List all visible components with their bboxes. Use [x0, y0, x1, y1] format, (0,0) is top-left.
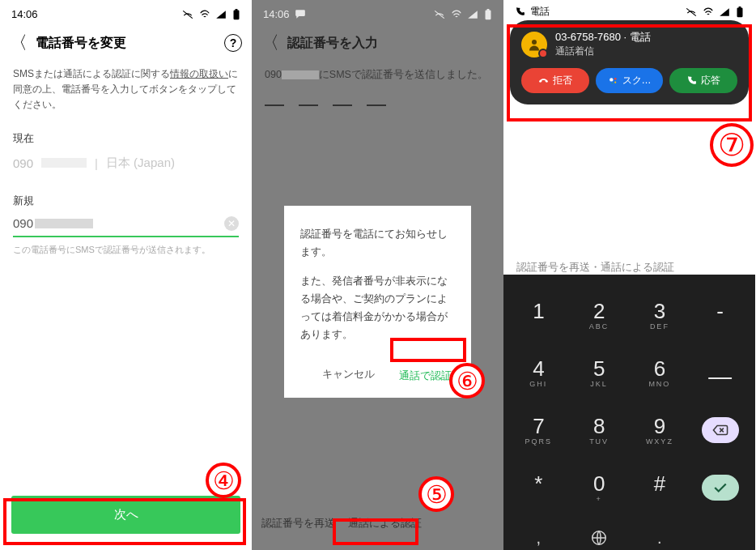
call-auth-dialog: 認証番号を電話にてお知らせします。 また、発信者番号が非表示になる場合や、ご契約…: [284, 206, 471, 398]
screen-change-phone: 14:06 〈 電話番号を変更 ? SMSまたは通話による認証に関する情報の取扱…: [0, 0, 252, 550]
key-4[interactable]: 4GHI: [508, 343, 569, 401]
app-label: 電話: [530, 5, 550, 19]
back-icon[interactable]: 〈: [10, 34, 28, 52]
numeric-keypad: 1 2ABC 3DEF - 4GHI 5JKL 6MNO 7PQRS 8TUV …: [503, 275, 755, 550]
status-icons: [180, 7, 240, 20]
clear-icon[interactable]: ✕: [224, 216, 239, 231]
current-phone: 090 | 日本 (Japan): [13, 151, 239, 176]
svg-rect-2: [486, 10, 491, 19]
new-phone-input[interactable]: 090 ✕: [13, 213, 239, 237]
status-bar: 14:06: [252, 0, 503, 23]
svg-rect-5: [739, 6, 741, 8]
page-title: 電話番号を変更: [36, 35, 216, 52]
key-hash[interactable]: #: [630, 458, 690, 516]
sms-note: この電話番号にSMSで認証番号が送信されます。: [13, 244, 239, 256]
redacted: [41, 158, 87, 168]
header: 〈 認証番号を入力: [252, 23, 503, 66]
chat-icon: [295, 9, 306, 19]
key-3[interactable]: 3DEF: [630, 286, 690, 343]
redacted: [35, 219, 93, 228]
svg-rect-0: [234, 10, 240, 19]
svg-point-9: [614, 82, 616, 83]
resend-code-link[interactable]: 認証番号を再送: [252, 509, 345, 537]
key-6[interactable]: 6MNO: [630, 343, 690, 401]
hangup-icon: [538, 75, 549, 86]
assistant-icon: [608, 75, 618, 86]
key-1[interactable]: 1: [508, 286, 569, 343]
key-comma[interactable]: ,: [508, 516, 569, 550]
key-backspace[interactable]: [690, 401, 750, 458]
answer-button[interactable]: 応答: [669, 68, 737, 93]
status-icons: [683, 6, 744, 19]
status-bar: 電話: [503, 0, 755, 19]
bottom-links: 認証番号を再送 通話による認証: [252, 509, 503, 537]
key-done[interactable]: [690, 458, 750, 516]
annotation-7: ⑦: [710, 123, 754, 167]
dialog-ok-button[interactable]: 通話で認証: [396, 365, 455, 386]
page-title: 認証番号を入力: [287, 35, 494, 52]
status-bar: 14:06: [0, 0, 252, 23]
dialog-text-1: 認証番号を電話にてお知らせします。: [300, 225, 455, 261]
key-0[interactable]: 0+: [569, 458, 630, 516]
key-lang[interactable]: [569, 516, 630, 550]
back-icon[interactable]: 〈: [261, 34, 279, 52]
status-time: 14:06: [11, 8, 38, 20]
svg-rect-1: [236, 9, 238, 11]
new-label: 新規: [13, 194, 239, 208]
phone-icon: [686, 75, 697, 86]
key-star[interactable]: *: [508, 458, 569, 516]
key-empty: [690, 516, 750, 550]
svg-point-10: [611, 83, 613, 84]
check-icon: [713, 482, 728, 493]
status-icons: [431, 7, 492, 20]
caller-number: 03-6758-7680 · 電話: [555, 30, 651, 45]
screen-incoming-call: 電話 03-6758-7680 · 電話 通話着信: [503, 0, 755, 550]
incoming-label: 通話着信: [555, 45, 651, 58]
globe-icon: [590, 529, 608, 547]
current-label: 現在: [13, 131, 239, 146]
next-button[interactable]: 次へ: [11, 496, 240, 534]
backspace-icon: [712, 424, 728, 436]
caller-avatar: [521, 32, 547, 58]
resend-auth-text: 認証番号を再送・通話による認証: [503, 224, 755, 275]
key-9[interactable]: 9WXYZ: [630, 401, 690, 458]
incoming-call-card: 03-6758-7680 · 電話 通話着信 拒否 スク…: [510, 20, 749, 104]
svg-rect-4: [737, 8, 743, 18]
sent-message: 090にSMSで認証番号を送信しました。: [252, 66, 503, 83]
status-time: 14:06: [263, 8, 290, 20]
key-8[interactable]: 8TUV: [569, 401, 630, 458]
key-2[interactable]: 2ABC: [569, 286, 630, 343]
dialog-cancel-button[interactable]: キャンセル: [322, 365, 375, 386]
key-dot[interactable]: .: [630, 516, 690, 550]
annotation-4: ④: [206, 463, 241, 498]
code-input[interactable]: [252, 83, 503, 106]
screen-enter-code: 14:06 〈 認証番号を入力 090にSMSで認証番号を送信しました。 認証番…: [252, 0, 503, 550]
decline-button[interactable]: 拒否: [521, 68, 589, 93]
key-dash[interactable]: -: [690, 286, 750, 343]
dialog-text-2: また、発信者番号が非表示になる場合や、ご契約のプランによっては着信料金がかかる場…: [300, 272, 455, 343]
key-7[interactable]: 7PQRS: [508, 401, 569, 458]
header: 〈 電話番号を変更 ?: [0, 23, 252, 66]
svg-point-8: [614, 78, 616, 80]
svg-rect-3: [487, 9, 490, 11]
privacy-link[interactable]: 情報の取扱い: [170, 68, 228, 79]
phone-icon: [515, 6, 525, 17]
key-5[interactable]: 5JKL: [569, 343, 630, 401]
annotation-5: ⑤: [418, 476, 454, 512]
svg-point-7: [609, 78, 613, 81]
redacted: [282, 70, 319, 79]
help-icon[interactable]: ?: [224, 34, 242, 52]
consent-text: SMSまたは通話による認証に関する情報の取扱いに同意の上、電話番号を入力してボタ…: [13, 66, 239, 113]
key-space[interactable]: [690, 343, 750, 401]
svg-point-6: [532, 40, 537, 45]
screen-call-button[interactable]: スク…: [596, 68, 664, 93]
call-auth-link[interactable]: 通話による認証: [345, 509, 431, 537]
